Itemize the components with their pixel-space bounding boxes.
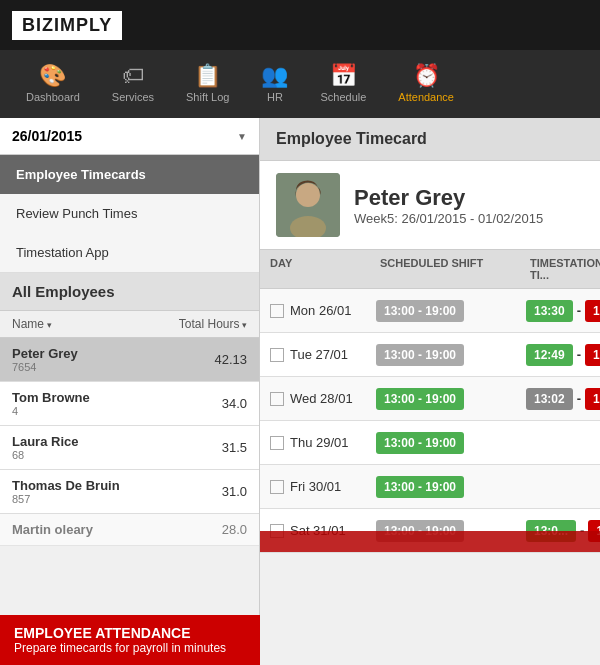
shiftlog-icon: 📋 (194, 65, 221, 87)
nav-services[interactable]: 🏷 Services (96, 57, 170, 111)
shift-cell: 13:00 - 19:00 (370, 336, 520, 374)
employees-table-header: Name Total Hours (0, 311, 259, 338)
promo-banner: EMPLOYEE ATTENDANCE Prepare timecards fo… (0, 615, 260, 665)
schedule-table-header: DAY SCHEDULED SHIFT TIMESTATION TI... (260, 250, 600, 289)
employee-hours: 28.0 (222, 522, 247, 537)
timecard-header: Employee Timecard (260, 118, 600, 161)
employee-row[interactable]: Tom Browne 4 34.0 (0, 382, 259, 426)
shift-cell: 13:00 - 19:00 (370, 468, 520, 506)
logo: BIZIMPLY (12, 11, 122, 40)
shift-cell: 13:00 - 19:00 (370, 380, 520, 418)
day-label: Thu 29/01 (290, 435, 349, 450)
employee-name: Laura Rice (12, 434, 78, 449)
time-dash: - (577, 391, 581, 406)
employee-row[interactable]: Laura Rice 68 31.5 (0, 426, 259, 470)
ts-end-badge: 19:4... (585, 388, 600, 410)
schedule-row: Mon 26/01 13:00 - 19:00 13:30 - 18:2... (260, 289, 600, 333)
day-checkbox[interactable] (270, 480, 284, 494)
nav-attendance[interactable]: ⏰ Attendance (382, 57, 470, 111)
schedule-icon: 📅 (330, 65, 357, 87)
timestation-cell (520, 479, 600, 495)
employee-row[interactable]: Thomas De Bruin 857 31.0 (0, 470, 259, 514)
shift-cell: 13:00 - 19:00 (370, 292, 520, 330)
day-cell: Fri 30/01 (260, 471, 370, 502)
nav-hr[interactable]: 👥 HR (245, 57, 304, 111)
shift-badge: 13:00 - 19:00 (376, 300, 464, 322)
schedule-row: Fri 30/01 13:00 - 19:00 (260, 465, 600, 509)
services-icon: 🏷 (122, 65, 144, 87)
employee-detail: Peter Grey Week5: 26/01/2015 - 01/02/201… (354, 185, 543, 226)
scheduled-shift-column-header: SCHEDULED SHIFT (370, 250, 520, 288)
hours-column-header[interactable]: Total Hours (179, 317, 247, 331)
dropdown-arrow-icon: ▼ (237, 131, 247, 142)
day-checkbox[interactable] (270, 304, 284, 318)
all-employees-header: All Employees (0, 273, 259, 311)
shift-badge: 13:00 - 19:00 (376, 344, 464, 366)
employee-info: Martin oleary (12, 522, 93, 537)
nav-attendance-label: Attendance (398, 91, 454, 103)
schedule-row: Wed 28/01 13:00 - 19:00 13:02 - 19:4... (260, 377, 600, 421)
date-value: 26/01/2015 (12, 128, 82, 144)
nav-shiftlog-label: Shift Log (186, 91, 229, 103)
employee-name: Peter Grey (12, 346, 78, 361)
ts-end-badge: 19:2... (585, 344, 600, 366)
right-panel: Employee Timecard Peter Grey Week5: 26/0… (260, 118, 600, 665)
employee-hours: 42.13 (214, 352, 247, 367)
nav-schedule-label: Schedule (320, 91, 366, 103)
employee-name: Thomas De Bruin (12, 478, 120, 493)
employee-fullname: Peter Grey (354, 185, 543, 211)
nav-hr-label: HR (267, 91, 283, 103)
dashboard-icon: 🎨 (39, 65, 66, 87)
banner-subtitle: Prepare timecards for payroll in minutes (14, 641, 246, 655)
employee-week-range: Week5: 26/01/2015 - 01/02/2015 (354, 211, 543, 226)
day-label: Mon 26/01 (290, 303, 351, 318)
nav-schedule[interactable]: 📅 Schedule (304, 57, 382, 111)
day-column-header: DAY (260, 250, 370, 288)
ts-start-badge: 13:02 (526, 388, 573, 410)
day-label: Wed 28/01 (290, 391, 353, 406)
avatar (276, 173, 340, 237)
employee-name: Martin oleary (12, 522, 93, 537)
shift-cell: 13:00 - 19:00 (370, 424, 520, 462)
shift-badge: 13:00 - 19:00 (376, 432, 464, 454)
ts-start-badge: 12:49 (526, 344, 573, 366)
attendance-icon: ⏰ (413, 65, 440, 87)
employee-row[interactable]: Peter Grey 7654 42.13 (0, 338, 259, 382)
menu-timestation-app[interactable]: Timestation App (0, 233, 259, 272)
left-panel: 26/01/2015 ▼ Employee Timecards Review P… (0, 118, 260, 665)
menu-section: Employee Timecards Review Punch Times Ti… (0, 155, 259, 273)
day-cell: Wed 28/01 (260, 383, 370, 414)
main-layout: 26/01/2015 ▼ Employee Timecards Review P… (0, 118, 600, 665)
menu-review-punch[interactable]: Review Punch Times (0, 194, 259, 233)
employee-hours: 31.0 (222, 484, 247, 499)
ts-end-badge: 18:2... (585, 300, 600, 322)
day-checkbox[interactable] (270, 392, 284, 406)
nav-dashboard-label: Dashboard (26, 91, 80, 103)
schedule-row: Tue 27/01 13:00 - 19:00 12:49 - 19:2... (260, 333, 600, 377)
day-checkbox[interactable] (270, 436, 284, 450)
nav-services-label: Services (112, 91, 154, 103)
top-bar: BIZIMPLY (0, 0, 600, 50)
schedule-table: DAY SCHEDULED SHIFT TIMESTATION TI... Mo… (260, 250, 600, 665)
employee-id: 68 (12, 449, 78, 461)
employee-info-panel: Peter Grey Week5: 26/01/2015 - 01/02/201… (260, 161, 600, 250)
nav-bar: 🎨 Dashboard 🏷 Services 📋 Shift Log 👥 HR … (0, 50, 600, 118)
employee-info: Tom Browne 4 (12, 390, 90, 417)
employee-info: Laura Rice 68 (12, 434, 78, 461)
date-selector[interactable]: 26/01/2015 ▼ (0, 118, 259, 155)
employee-row[interactable]: Martin oleary 28.0 (0, 514, 259, 546)
day-label: Fri 30/01 (290, 479, 341, 494)
name-column-header[interactable]: Name (12, 317, 52, 331)
menu-employee-timecards[interactable]: Employee Timecards (0, 155, 259, 194)
timestation-cell: 12:49 - 19:2... (520, 336, 600, 374)
employee-hours: 31.5 (222, 440, 247, 455)
day-checkbox[interactable] (270, 348, 284, 362)
day-label: Tue 27/01 (290, 347, 348, 362)
employee-id: 7654 (12, 361, 78, 373)
employee-hours: 34.0 (222, 396, 247, 411)
nav-dashboard[interactable]: 🎨 Dashboard (10, 57, 96, 111)
employee-id: 857 (12, 493, 120, 505)
hr-icon: 👥 (261, 65, 288, 87)
nav-shiftlog[interactable]: 📋 Shift Log (170, 57, 245, 111)
day-cell: Mon 26/01 (260, 295, 370, 326)
